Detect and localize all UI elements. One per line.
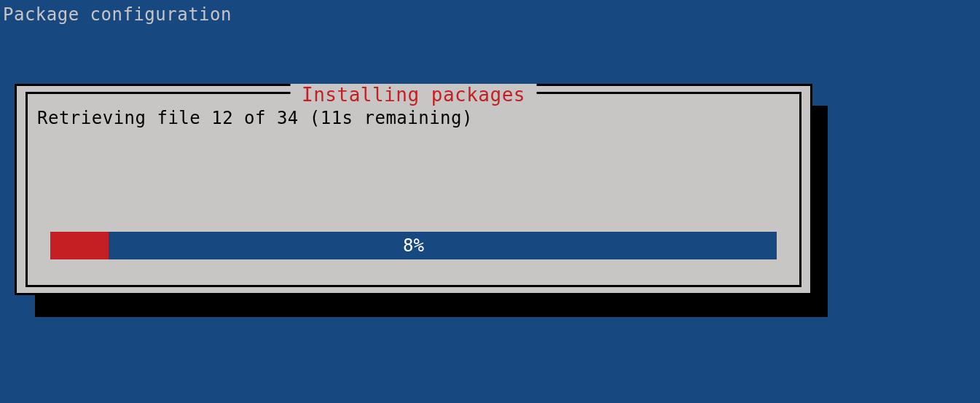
dialog-content: Retrieving file 12 of 34 (11s remaining)… [37,99,790,280]
dialog-box: Installing packages Retrieving file 12 o… [15,84,812,295]
dialog-title: Installing packages [290,84,537,106]
page-title: Package configuration [0,0,980,29]
progress-bar: 8% [50,232,777,259]
status-text: Retrieving file 12 of 34 (11s remaining) [37,108,790,128]
progress-label: 8% [50,232,777,259]
